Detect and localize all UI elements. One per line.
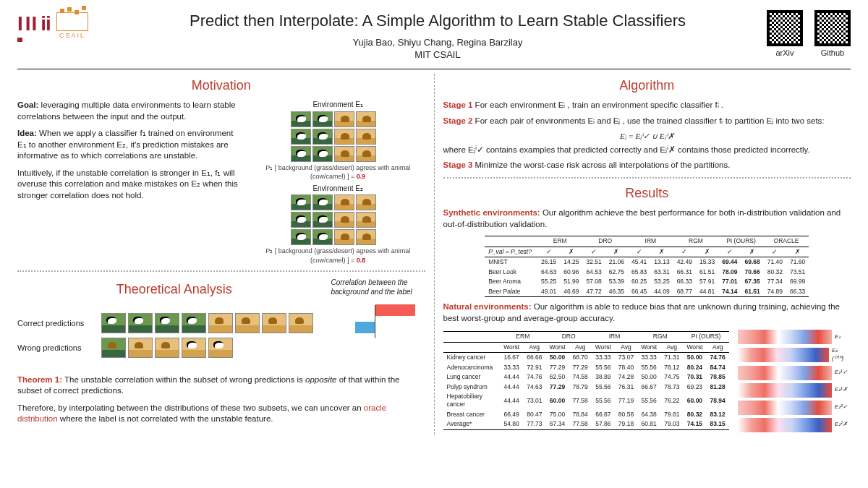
env1-grid: [291, 111, 385, 162]
wrong-label: Wrong predictions: [17, 343, 97, 354]
p2-value: 0.8: [357, 257, 366, 264]
correct-row: Correct predictions: [17, 313, 331, 333]
therefore-pre: Therefore, by interpolating between the …: [17, 403, 364, 412]
motivation-text: Goal: leveraging multiple data environme…: [17, 100, 244, 265]
p1-text: P₁ [ background (grass/desert) agrees wi…: [265, 164, 410, 180]
wrong-row: Wrong predictions: [17, 338, 331, 358]
heatmap-figure: E₁E₂ (ᴱᴿᴹ)E₂¹✓E₂¹✗E₁²✓E₁²✗: [738, 330, 851, 432]
theory-heading: Theoretical Analysis: [17, 281, 331, 298]
idea-text: When we apply a classifier f₁ trained on…: [17, 129, 233, 160]
bar-positive: [375, 304, 415, 316]
affiliation: MIT CSAIL: [133, 48, 742, 61]
qr-codes: arXiv Github: [742, 10, 851, 59]
poster-title: Predict then Interpolate: A Simple Algor…: [133, 10, 742, 32]
natural-table: ERMDROIRMRGMPI (OURS)WorstAvgWorstAvgWor…: [443, 331, 729, 430]
header-rule: [17, 69, 851, 69]
theorem-text: The unstable correlation within the subs…: [17, 375, 399, 395]
correct-label: Correct predictions: [17, 318, 97, 329]
algorithm-heading: Algorithm: [443, 77, 851, 94]
env2-label: Environment E₂: [251, 184, 425, 194]
qr-arxiv[interactable]: arXiv: [767, 10, 803, 59]
env1-label: Environment E₁: [251, 100, 425, 110]
p2-text: P₂ [ background (grass/desert) agrees wi…: [265, 247, 410, 263]
logos: IIIii CSAIL: [17, 10, 133, 42]
corr-caption: Correlation between the background and t…: [331, 278, 425, 297]
stage3-text: Minimize the worst-case risk across all …: [472, 160, 730, 169]
nat-label: Natural environments:: [443, 302, 532, 311]
qr-icon: [814, 10, 851, 46]
bar-negative: [355, 322, 375, 333]
stage1-label: Stage 1: [443, 100, 473, 109]
synthetic-table: ERMDROIRMRGMPI (OURS)ORACLEP_val = P_tes…: [485, 236, 809, 297]
env2-grid: [291, 194, 385, 245]
csail-logo: CSAIL: [56, 12, 88, 40]
algorithm-body: Stage 1 For each environment Eᵢ , train …: [443, 100, 851, 171]
p1-value: 0.9: [357, 173, 366, 180]
authors: Yujia Bao, Shiyu Chang, Regina Barzilay: [133, 36, 742, 49]
idea-label: Idea:: [17, 129, 37, 137]
poster-header: IIIii CSAIL Predict then Interpolate: A …: [0, 0, 868, 66]
qr-github[interactable]: Github: [814, 10, 851, 59]
results-heading: Results: [443, 184, 851, 202]
section-divider: [17, 270, 425, 272]
right-column: Algorithm Stage 1 For each environment E…: [443, 74, 851, 435]
intuition-text: Intuitively, if the unstable correlation…: [17, 168, 244, 202]
title-block: Predict then Interpolate: A Simple Algor…: [133, 10, 742, 61]
stage2-equation: Eⱼ = Eⱼⁱ✓ ∪ Eⱼⁱ✗: [443, 131, 851, 142]
column-divider: [434, 74, 435, 435]
stage1-text: For each environment Eᵢ , train an envir…: [472, 100, 723, 109]
stage2-text: For each pair of environments Eᵢ and Eⱼ …: [472, 116, 824, 125]
stage2-label: Stage 2: [443, 116, 473, 125]
stage2-tail: where Eⱼⁱ✓ contains examples that predic…: [443, 145, 851, 156]
therefore-post: where the label is not correlated with t…: [58, 414, 273, 423]
section-divider: [443, 177, 851, 179]
stage3-label: Stage 3: [443, 160, 473, 169]
syn-label: Synthetic environments:: [443, 208, 540, 217]
theorem-label: Theorem 1:: [17, 375, 62, 384]
motivation-heading: Motivation: [17, 77, 425, 94]
motivation-figure: Environment E₁ P₁ [ background (grass/de…: [251, 100, 425, 265]
qr-icon: [767, 10, 803, 46]
left-column: Motivation Goal: leveraging multiple dat…: [17, 74, 425, 435]
correlation-bars: [339, 304, 425, 372]
mit-logo: IIIii: [17, 10, 51, 42]
goal-label: Goal:: [17, 100, 38, 109]
goal-text: leveraging multiple data environments to…: [17, 100, 236, 121]
